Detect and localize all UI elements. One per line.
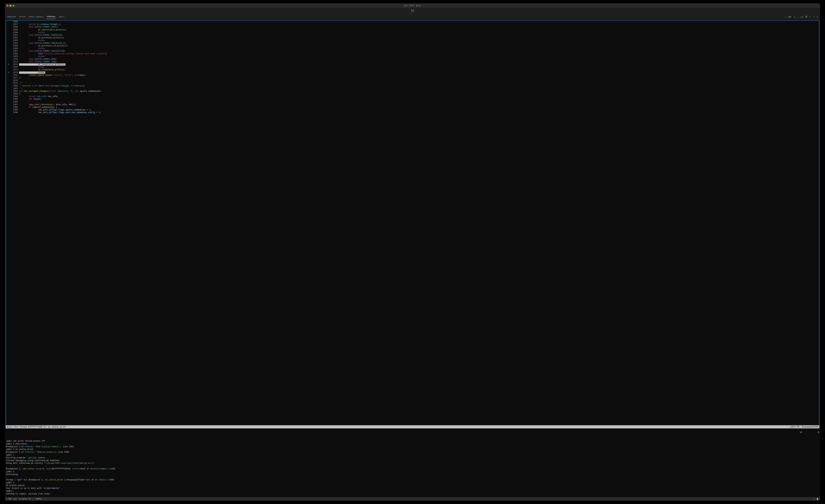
terminal-actions: ▹ gdb ＋ ⌄ ▯▯ 🗑 ⋯ ＾ ✕ bbox=[785, 15, 818, 18]
gutter-mark bbox=[8, 95, 11, 98]
source-line: 2558 case STATUS_FORMAT_SHORT: bbox=[6, 26, 819, 28]
tab-problems[interactable]: PROBLEMS bbox=[7, 16, 16, 18]
gutter-mark: > bbox=[8, 63, 11, 66]
gdb-output-line: nothing to commit, working tree clean bbox=[6, 493, 819, 495]
line-number: 2585 bbox=[11, 98, 19, 100]
gutter-mark bbox=[8, 28, 11, 31]
gutter-mark bbox=[8, 101, 11, 103]
gdb-output-line: (gdb) set print thread-events off bbox=[6, 440, 819, 443]
traffic-lights bbox=[7, 5, 14, 7]
gdb-output-line: Breakpoint 1 at 0x56a6c: file builtin/co… bbox=[6, 445, 819, 448]
line-number: 2588 bbox=[11, 106, 19, 109]
git-sync-icon[interactable]: ⟳ bbox=[29, 498, 31, 500]
scroll-indicator-icon: ◨ bbox=[801, 431, 802, 434]
minimize-window-button[interactable] bbox=[10, 5, 11, 7]
line-number: 2581 bbox=[11, 87, 19, 90]
source-line: 2567 case STATUS_FORMAT_UNSPECIFIED: bbox=[6, 50, 819, 53]
close-panel-icon[interactable]: ✕ bbox=[817, 15, 818, 18]
source-line: 2566 break; bbox=[6, 47, 819, 50]
split-terminal-icon[interactable]: ▯▯ bbox=[801, 15, 803, 18]
line-number: 2559 bbox=[11, 28, 19, 31]
line-number: 2571 bbox=[11, 61, 19, 63]
source-line: 2556 bbox=[6, 20, 819, 23]
code-content: { bbox=[19, 92, 20, 95]
remote-icon: ⇋ bbox=[6, 498, 7, 500]
gutter-mark bbox=[8, 53, 11, 55]
git-branch-name: master bbox=[22, 498, 28, 500]
gdb-tui-statusbar: multi-thre Thread 0xfffff7fed0 In: wt_st… bbox=[6, 425, 819, 428]
code-content: break; bbox=[19, 55, 45, 58]
gutter-mark bbox=[8, 82, 11, 84]
tab-ports[interactable]: PORTS bbox=[59, 16, 65, 18]
more-actions-icon[interactable]: ⋯ bbox=[809, 15, 811, 18]
code-content: * Returns 1 if there are unstaged change… bbox=[19, 85, 86, 87]
gutter-mark bbox=[8, 69, 11, 71]
notifications-bell-icon[interactable]: 🔔 bbox=[816, 498, 819, 500]
code-content: rev_info.diffopt.flags.override_submodul… bbox=[19, 111, 101, 114]
gdb-command-window[interactable]: ◨ ◨ (gdb) set print thread-events off(gd… bbox=[5, 428, 820, 497]
source-line: 2564 case STATUS_FORMAT_PORCELAIN_V2: bbox=[6, 42, 819, 45]
vscode-statusbar: ⇋ SSH: git ⎇ master ⟳ -- NORMAL -- ▱ 🔔 bbox=[5, 497, 820, 501]
tab-debug-console[interactable]: DEBUG CONSOLE bbox=[29, 16, 44, 18]
line-number: 2589 bbox=[11, 109, 19, 111]
source-line: 2568 BUG("finalize_deferred_config() sho… bbox=[6, 53, 819, 55]
line-number: 2580 bbox=[11, 85, 19, 87]
tab-terminal[interactable]: TERMINAL bbox=[47, 16, 56, 19]
line-number: 2576 bbox=[11, 74, 19, 77]
line-number: 2564 bbox=[11, 42, 19, 45]
terminal-area[interactable]: 2556 2557 switch (s->status_format) { 25… bbox=[5, 19, 820, 497]
code-content: wt_shortstatus_print(s); bbox=[19, 28, 67, 31]
git-branch-item[interactable]: ⎇ master ⟳ bbox=[18, 498, 31, 500]
source-line: 2573 break; bbox=[6, 66, 819, 69]
gdb-output-line: Continuing. bbox=[6, 473, 819, 476]
line-number: 2575 bbox=[11, 71, 19, 74]
line-number: 2556 bbox=[11, 20, 19, 23]
kill-terminal-icon[interactable]: 🗑 bbox=[805, 15, 807, 18]
tui-status-right: L2572 PC: 0xaaaaaae0c684 bbox=[790, 426, 818, 428]
terminal-dropdown-icon[interactable]: ⌄ bbox=[798, 15, 799, 18]
source-line: 2588 if (ignore_submodules) { bbox=[6, 106, 819, 109]
gutter-mark: > bbox=[8, 71, 11, 74]
code-content: break; bbox=[19, 47, 45, 50]
maximize-window-button[interactable] bbox=[12, 5, 14, 7]
tab-output[interactable]: OUTPUT bbox=[19, 16, 26, 18]
gutter-mark bbox=[8, 106, 11, 109]
terminal-launch-profile-icon[interactable]: ▹ bbox=[785, 15, 786, 18]
code-content: } bbox=[19, 77, 20, 79]
gdb-tui-source-window[interactable]: 2556 2557 switch (s->status_format) { 25… bbox=[6, 20, 819, 425]
layout-button-icon[interactable]: ▱ bbox=[814, 498, 815, 500]
gdb-output-line: (gdb) r bbox=[6, 454, 819, 456]
gutter-mark bbox=[8, 45, 11, 47]
scroll-indicator-icon: ◨ bbox=[818, 431, 819, 434]
close-window-button[interactable] bbox=[7, 5, 8, 7]
code-content: wt_porcelain_v2_print(s); bbox=[19, 45, 68, 47]
maximize-panel-icon[interactable]: ＾ bbox=[813, 15, 815, 18]
gutter-mark bbox=[8, 55, 11, 58]
source-line: 2570 case STATUS_FORMAT_NONE: bbox=[6, 58, 819, 61]
window-titlebar[interactable]: git [SSH: git] bbox=[5, 3, 820, 8]
source-line: 2580 * Returns 1 if there are unstaged c… bbox=[6, 85, 819, 87]
gdb-output-line: Your branch is up to date with 'origin/m… bbox=[6, 487, 819, 490]
gutter-mark bbox=[8, 87, 11, 90]
source-line: 2559 wt_shortstatus_print(s); bbox=[6, 28, 819, 31]
code-content: if (ignore_submodules) { bbox=[19, 106, 57, 109]
code-content: wt_porcelain_print(s); bbox=[19, 37, 64, 39]
tui-status-left: multi-thre Thread 0xfffff7fed0 In: wt_st… bbox=[7, 426, 66, 428]
gutter-mark bbox=[8, 20, 11, 23]
code-content: case STATUS_FORMAT_NONE: bbox=[19, 58, 57, 61]
gutter-mark bbox=[8, 90, 11, 92]
code-content: switch (s->status_format) { bbox=[19, 23, 61, 26]
gutter-mark bbox=[8, 74, 11, 77]
line-number: 2574 bbox=[11, 69, 19, 71]
new-terminal-button[interactable]: ＋ bbox=[793, 15, 796, 18]
remote-ssh-indicator[interactable]: ⇋ SSH: git bbox=[6, 498, 17, 500]
source-line: 2574 wt_longstatus_print(s); bbox=[6, 69, 819, 71]
code-content: case STATUS_FORMAT_LONG: bbox=[19, 61, 57, 63]
line-number: 2570 bbox=[11, 58, 19, 61]
line-number: 2560 bbox=[11, 31, 19, 34]
app-window: git [SSH: git] PROBLEMS OUTPUT DEBUG CON… bbox=[5, 3, 820, 501]
source-line: 2578 bbox=[6, 79, 819, 82]
source-line: 2585 int result; bbox=[6, 98, 819, 100]
gutter-mark bbox=[8, 61, 11, 63]
gdb-output-line: On branch master bbox=[6, 484, 819, 487]
